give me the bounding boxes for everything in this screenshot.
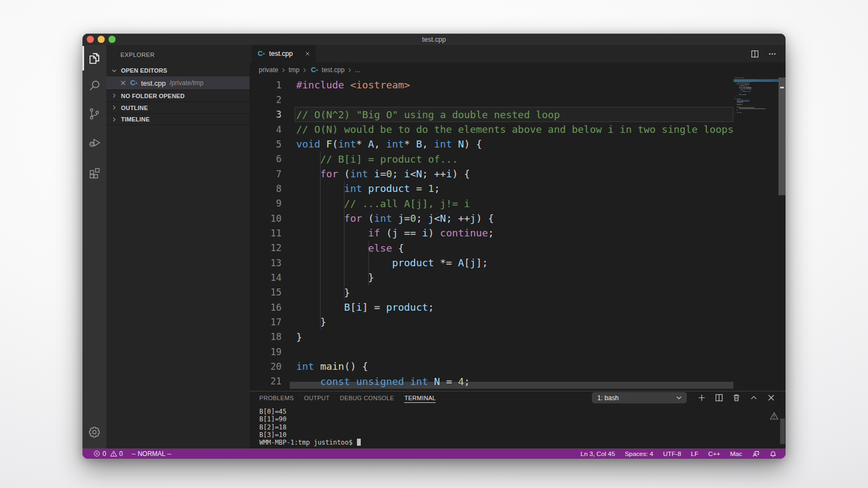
section-label: OPEN EDITORS bbox=[121, 67, 167, 74]
panel-tab-debug-console[interactable]: DEBUG CONSOLE bbox=[340, 391, 394, 404]
status-c-[interactable]: C++ bbox=[708, 450, 720, 458]
minimap-line bbox=[740, 112, 742, 113]
code-line-10: 10 for (int j=0; j<N; ++j) { bbox=[250, 211, 733, 226]
code-token-plain: ; ++ bbox=[422, 168, 446, 179]
code-line-7: 7 for (int i=0; i<N; ++i) { bbox=[250, 166, 733, 181]
minimap-line bbox=[741, 82, 742, 82]
debug-icon[interactable] bbox=[87, 134, 101, 149]
code-token-kw: const bbox=[320, 376, 350, 387]
code-text: } bbox=[296, 330, 302, 344]
cpp-file-icon: C+ bbox=[130, 79, 138, 87]
split-terminal-icon[interactable] bbox=[715, 394, 723, 402]
minimap-line bbox=[749, 82, 751, 82]
code-editor[interactable]: 1#include <iostream>23// O(N^2) "Big O" … bbox=[250, 78, 786, 391]
open-editor-row[interactable]: C+test.cpp/private/tmp bbox=[106, 76, 250, 89]
code-token-plain: *= bbox=[434, 257, 458, 268]
more-actions-icon[interactable] bbox=[768, 50, 776, 58]
minimap-line bbox=[737, 112, 740, 113]
status-ln-3-col-45[interactable]: Ln 3, Col 45 bbox=[580, 450, 615, 458]
bell-icon[interactable] bbox=[769, 450, 777, 458]
code-token-plain: ; bbox=[434, 183, 440, 194]
panel-header: PROBLEMSOUTPUTDEBUG CONSOLETERMINAL 1: b… bbox=[250, 391, 786, 404]
code-line-1: 1#include <iostream> bbox=[250, 78, 733, 92]
code-text: // O(N) would be to do the elements abov… bbox=[296, 122, 733, 137]
panel-tab-output[interactable]: OUTPUT bbox=[304, 391, 330, 404]
files-icon[interactable] bbox=[87, 51, 101, 65]
code-line-5: 5void F(int* A, int* B, int N) { bbox=[250, 137, 733, 151]
chevron-down-icon bbox=[675, 394, 682, 401]
code-token-kw: unsigned bbox=[356, 376, 404, 387]
panel-tab-problems[interactable]: PROBLEMS bbox=[259, 391, 294, 404]
vertical-scrollbar[interactable] bbox=[778, 78, 786, 195]
status-mac[interactable]: Mac bbox=[730, 450, 742, 458]
code-text: // O(N^2) "Big O" using a double nested … bbox=[296, 107, 560, 122]
code-token-num: 0 bbox=[410, 213, 416, 224]
status-spaces-4[interactable]: Spaces: 4 bbox=[625, 450, 653, 458]
section-open-editors[interactable]: OPEN EDITORS bbox=[106, 65, 250, 76]
breadcrumb-item[interactable]: tmp bbox=[289, 66, 299, 74]
terminal-scrollbar[interactable] bbox=[780, 419, 785, 444]
open-editor-filename: test.cpp bbox=[141, 79, 166, 87]
warning-count[interactable]: 0 bbox=[119, 450, 123, 458]
split-editor-icon[interactable] bbox=[751, 50, 759, 58]
section-outline[interactable]: OUTLINE bbox=[106, 101, 250, 113]
gear-icon[interactable] bbox=[87, 425, 101, 439]
status-utf-8[interactable]: UTF-8 bbox=[663, 450, 681, 458]
search-icon[interactable] bbox=[87, 79, 101, 93]
code-text: } bbox=[296, 285, 350, 300]
code-token-plain: } bbox=[296, 331, 302, 343]
minimap-line bbox=[750, 91, 751, 92]
close-panel-icon[interactable] bbox=[767, 394, 775, 402]
code-token-var: A bbox=[458, 257, 464, 268]
minimap-line bbox=[750, 87, 752, 88]
extensions-icon[interactable] bbox=[87, 165, 101, 179]
tab-test-cpp[interactable]: C+ test.cpp bbox=[252, 45, 316, 62]
code-token-fn: F bbox=[326, 138, 332, 150]
code-token-plain bbox=[296, 183, 344, 194]
close-icon[interactable] bbox=[120, 80, 126, 86]
error-count[interactable]: 0 bbox=[103, 450, 106, 458]
breadcrumb-item[interactable]: private bbox=[259, 66, 278, 74]
new-terminal-icon[interactable] bbox=[698, 394, 706, 402]
warning-icon[interactable] bbox=[110, 450, 117, 457]
warning-icon bbox=[770, 412, 778, 420]
terminal-prompt: WMM-MBP-1:tmp justintoo$ bbox=[259, 439, 786, 446]
code-token-ctrl: if bbox=[368, 227, 380, 239]
line-number: 5 bbox=[250, 139, 282, 150]
error-icon[interactable] bbox=[93, 450, 100, 457]
panel-tab-terminal[interactable]: TERMINAL bbox=[404, 391, 436, 404]
maximize-panel-icon[interactable] bbox=[750, 394, 758, 402]
section-timeline[interactable]: TIMELINE bbox=[106, 113, 250, 125]
code-token-plain bbox=[296, 168, 320, 179]
minimap-line bbox=[742, 94, 746, 95]
terminal-output[interactable]: B[0]=45B[1]=90B[2]=18B[3]=10WMM-MBP-1:tm… bbox=[250, 408, 786, 446]
line-number: 9 bbox=[250, 198, 282, 209]
minimap-line bbox=[735, 99, 736, 99]
breadcrumb-item[interactable]: test.cpp bbox=[322, 66, 344, 74]
section-no-folder-opened[interactable]: NO FOLDER OPENED bbox=[106, 89, 250, 101]
code-token-var: B bbox=[344, 301, 350, 313]
minimap-line bbox=[748, 84, 750, 85]
breadcrumb-item[interactable]: ... bbox=[355, 66, 360, 74]
code-token-var: i bbox=[422, 227, 428, 239]
minimap-line bbox=[744, 100, 746, 100]
code-token-plain: ) { bbox=[452, 168, 470, 179]
title-bar[interactable]: test.cpp bbox=[82, 34, 786, 45]
kill-terminal-icon[interactable] bbox=[732, 394, 741, 402]
code-token-var: N bbox=[416, 168, 422, 179]
source-control-icon[interactable] bbox=[87, 107, 101, 121]
status-lf[interactable]: LF bbox=[691, 450, 699, 458]
chevron-right-icon bbox=[111, 117, 117, 123]
line-number: 20 bbox=[250, 361, 282, 372]
cpp-file-icon: C+ bbox=[311, 66, 318, 74]
minimap-line bbox=[739, 99, 741, 99]
code-token-plain: < bbox=[410, 168, 416, 179]
code-token-plain bbox=[362, 183, 368, 194]
code-token-plain: ; bbox=[416, 213, 428, 224]
code-token-var: j bbox=[398, 213, 404, 224]
close-tab-icon[interactable] bbox=[303, 49, 312, 58]
minimap[interactable] bbox=[733, 78, 778, 391]
feedback-icon[interactable] bbox=[752, 450, 760, 458]
line-number: 11 bbox=[250, 228, 282, 239]
terminal-shell-select[interactable]: 1: bash bbox=[592, 392, 687, 403]
